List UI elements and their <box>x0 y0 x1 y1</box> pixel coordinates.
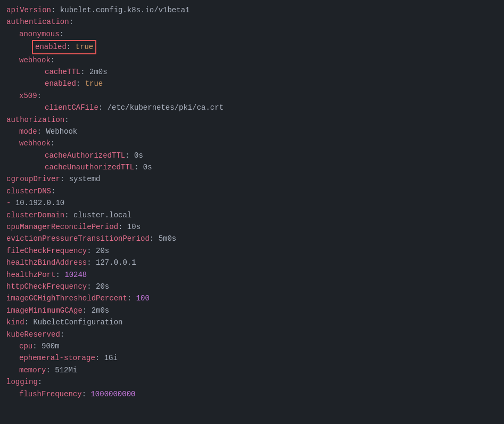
highlighted-value: enabled: true <box>32 40 96 54</box>
colon-text: : <box>87 258 96 267</box>
colon-text: : <box>46 366 55 374</box>
value-string-text: 127.0.0.1 <box>96 258 136 267</box>
value-bool-true-text: true <box>85 79 103 88</box>
code-line: kind: KubeletConfiguration <box>6 316 498 328</box>
colon-text: : <box>60 30 64 38</box>
value-string-text: cluster.local <box>73 211 131 219</box>
colon-text: : <box>37 92 42 100</box>
key-text: cpu <box>19 342 32 350</box>
key-text: webhook <box>19 139 51 148</box>
colon-text: : <box>80 68 89 76</box>
value-string-text: 0s <box>134 151 143 160</box>
key-text: x509 <box>19 92 37 100</box>
key-text: healthzPort <box>6 271 55 279</box>
colon-text: : <box>87 247 96 255</box>
key-text: cacheAuthorizedTTL <box>45 151 125 160</box>
key-text: flushFrequency <box>19 390 82 398</box>
value-string-text: 1Gi <box>104 354 118 362</box>
code-line: flushFrequency: 1000000000 <box>6 388 498 400</box>
code-line: cgroupDriver: systemd <box>6 173 498 185</box>
colon-text: : <box>98 103 108 112</box>
value-string-text: 0s <box>143 163 152 172</box>
value-string-text: 2m0s <box>89 68 108 76</box>
key-text: cacheTTL <box>45 68 80 76</box>
code-line: x509: <box>6 90 498 102</box>
code-line: apiVersion: kubelet.config.k8s.io/v1beta… <box>6 4 498 16</box>
code-line: cpuManagerReconcilePeriod: 10s <box>6 221 498 233</box>
value-string-text: KubeletConfiguration <box>33 318 122 327</box>
code-line: clientCAFile: /etc/kubernetes/pki/ca.crt <box>6 102 498 113</box>
code-line: clusterDomain: cluster.local <box>6 209 498 221</box>
value-string-text: 10.192.0.10 <box>15 199 64 207</box>
value-special-text: 100 <box>136 294 150 303</box>
value-string-text: 20s <box>96 282 109 291</box>
code-line: enabled: true <box>6 40 498 54</box>
colon-text: : <box>32 342 42 350</box>
code-line: fileCheckFrequency: 20s <box>6 245 498 257</box>
colon-text: : <box>64 116 69 124</box>
code-line: healthzBindAddress: 127.0.0.1 <box>6 257 498 268</box>
value-bool-true-text: true <box>76 43 94 51</box>
key-text: authentication <box>6 18 69 26</box>
value-string-text: 10s <box>127 223 141 231</box>
value-special-text: 1000000000 <box>90 390 135 398</box>
colon-text: : <box>38 378 42 386</box>
code-line: evictionPressureTransitionPeriod: 5m0s <box>6 233 498 244</box>
key-text: fileCheckFrequency <box>6 247 87 255</box>
code-line: anonymous: <box>6 28 498 40</box>
colon-text: : <box>51 139 55 148</box>
key-text: anonymous <box>19 30 60 38</box>
key-text: memory <box>19 366 46 374</box>
code-line: authorization: <box>6 114 498 126</box>
code-line: cacheTTL: 2m0s <box>6 66 498 78</box>
value-string-text: 900m <box>42 342 60 350</box>
key-text: cgroupDriver <box>6 175 60 183</box>
value-string-text: systemd <box>69 175 101 183</box>
code-line: imageMinimumGCAge: 2m0s <box>6 305 498 316</box>
code-line: cacheAuthorizedTTL: 0s <box>6 150 498 161</box>
colon-text: : <box>51 187 55 195</box>
key-text: mode <box>19 127 37 136</box>
colon-text: : <box>67 43 76 51</box>
key-text: cacheUnauthorizedTTL <box>45 163 134 172</box>
colon-text: : <box>37 127 46 136</box>
colon-text: : <box>134 163 143 172</box>
colon-text: : <box>118 223 127 231</box>
key-text: clusterDNS <box>6 187 51 195</box>
colon-text: : <box>24 318 34 327</box>
colon-text: : <box>76 79 85 88</box>
value-string-text: 2m0s <box>92 306 110 315</box>
key-text: clusterDomain <box>6 211 64 219</box>
key-text: imageMinimumGCAge <box>6 306 82 315</box>
colon-text: : <box>60 175 69 183</box>
key-text: enabled <box>35 43 67 51</box>
code-line: healthzPort: 10248 <box>6 269 498 281</box>
code-line: httpCheckFrequency: 20s <box>6 281 498 292</box>
colon-text: : <box>64 211 73 219</box>
key-text: enabled <box>45 79 76 88</box>
colon-text: : <box>82 390 91 398</box>
code-line: webhook: <box>6 54 498 66</box>
code-line: authentication: <box>6 16 498 28</box>
code-line: clusterDNS: <box>6 185 498 197</box>
colon-text: : <box>95 354 104 362</box>
key-text: webhook <box>19 56 51 64</box>
colon-text: : <box>51 56 55 64</box>
key-text: healthzBindAddress <box>6 258 87 267</box>
colon-text: : <box>82 306 92 315</box>
code-line: mode: Webhook <box>6 126 498 137</box>
colon-text: : <box>150 234 159 243</box>
value-string-text: 5m0s <box>159 234 177 243</box>
code-line: webhook: <box>6 137 498 149</box>
code-line: memory: 512Mi <box>6 364 498 376</box>
code-viewer: apiVersion: kubelet.config.k8s.io/v1beta… <box>6 4 498 400</box>
value-special-text: 10248 <box>64 271 87 279</box>
code-line: ephemeral-storage: 1Gi <box>6 352 498 364</box>
value-string-text: 20s <box>96 247 109 255</box>
code-line: imageGCHighThresholdPercent: 100 <box>6 292 498 304</box>
key-text: cpuManagerReconcilePeriod <box>6 223 118 231</box>
key-text: evictionPressureTransitionPeriod <box>6 234 150 243</box>
value-string-text: 512Mi <box>55 366 77 374</box>
key-text: kind <box>6 318 24 327</box>
key-text: httpCheckFrequency <box>6 282 87 291</box>
